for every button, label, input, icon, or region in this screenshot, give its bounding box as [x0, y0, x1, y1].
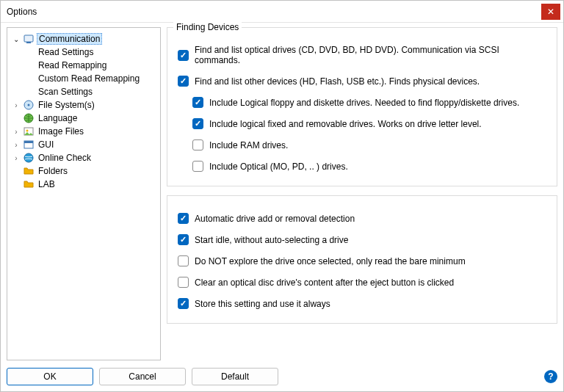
tree-label: Communication [37, 33, 102, 45]
window-title: Options [7, 7, 37, 17]
svg-rect-1 [26, 42, 31, 43]
svg-point-9 [24, 153, 33, 162]
titlebar: Options ✕ [1, 1, 563, 23]
checkbox-include-floppy[interactable] [192, 97, 203, 108]
image-icon [23, 126, 35, 137]
option-row: Include logical fixed and removable driv… [178, 113, 546, 134]
checkbox-store-always[interactable] [178, 298, 189, 309]
checkbox-find-optical[interactable] [178, 50, 189, 61]
tree-label: Folders [37, 166, 69, 176]
option-row: Store this setting and use it always [178, 293, 546, 314]
globe-icon [23, 152, 35, 164]
tree-label: Language [37, 113, 79, 123]
option-label: Find and list other devices (HD, Flash, … [195, 76, 480, 87]
svg-rect-0 [24, 35, 33, 42]
chevron-right-icon[interactable]: › [12, 140, 21, 149]
checkbox-start-idle[interactable] [178, 234, 189, 245]
dialog-footer: OK Cancel Default ? [7, 368, 557, 385]
group-title: Finding Devices [173, 22, 242, 32]
option-row: Start idle, without auto-selecting a dri… [178, 229, 546, 250]
checkbox-include-ram[interactable] [192, 139, 203, 150]
tree-item-custom-read-remapping[interactable]: Custom Read Remapping [9, 72, 159, 85]
option-label: Store this setting and use it always [195, 299, 330, 309]
chevron-right-icon[interactable]: › [12, 101, 21, 109]
disk-icon [23, 99, 35, 111]
window-icon [23, 139, 35, 150]
tree-item-read-settings[interactable]: Read Settings [9, 46, 159, 59]
svg-rect-8 [24, 141, 33, 143]
tree-item-gui[interactable]: › GUI [9, 138, 159, 151]
chevron-down-icon[interactable]: ⌄ [12, 35, 21, 43]
tree-label: Read Remapping [37, 60, 108, 70]
tree-item-folders[interactable]: Folders [9, 164, 159, 178]
option-label: Clear an optical disc drive's content af… [195, 277, 454, 288]
option-label: Start idle, without auto-selecting a dri… [195, 235, 348, 245]
main-panel: Finding Devices Find and list optical dr… [167, 27, 557, 360]
option-label: Find and list optical drives (CD, DVD, B… [195, 45, 546, 65]
option-row: Clear an optical disc drive's content af… [178, 272, 546, 293]
tree-label: LAB [37, 179, 57, 189]
group-finding-devices: Finding Devices Find and list optical dr… [167, 27, 557, 186]
tree-item-language[interactable]: Language [9, 112, 159, 125]
tree-item-image-files[interactable]: › Image Files [9, 125, 159, 138]
default-button[interactable]: Default [192, 368, 278, 385]
tree-item-online-check[interactable]: › Online Check [9, 151, 159, 164]
tree-label: Image Files [37, 126, 85, 137]
chevron-right-icon[interactable]: › [12, 153, 21, 162]
tree-label: File System(s) [37, 100, 96, 110]
device-icon [23, 33, 35, 45]
option-label: Do NOT explore the drive once selected, … [195, 256, 466, 266]
option-label: Include logical fixed and removable driv… [209, 119, 482, 129]
close-button[interactable]: ✕ [541, 4, 560, 20]
tree-item-file-systems[interactable]: › File System(s) [9, 98, 159, 112]
folder-icon [23, 165, 35, 177]
chevron-right-icon[interactable]: › [12, 127, 21, 136]
close-icon: ✕ [547, 7, 554, 16]
folder-icon [23, 178, 35, 190]
tree-label: Scan Settings [37, 87, 94, 97]
option-label: Include RAM drives. [209, 140, 288, 150]
option-row: Include Optical (MO, PD, .. ) drives. [178, 156, 546, 177]
tree-label: Online Check [37, 153, 93, 163]
option-row: Include RAM drives. [178, 134, 546, 156]
checkbox-auto-detect[interactable] [178, 213, 189, 224]
option-label: Include Optical (MO, PD, .. ) drives. [209, 161, 348, 172]
tree-label: Custom Read Remapping [37, 73, 141, 84]
option-row: Find and list other devices (HD, Flash, … [178, 70, 546, 92]
help-button[interactable]: ? [544, 370, 557, 383]
group-drive-behavior: Automatic drive add or removal detection… [167, 195, 557, 324]
option-row: Automatic drive add or removal detection [178, 208, 546, 229]
tree-label: GUI [37, 139, 55, 150]
option-label: Automatic drive add or removal detection [195, 214, 355, 224]
option-row: Do NOT explore the drive once selected, … [178, 250, 546, 272]
checkbox-no-explore[interactable] [178, 255, 189, 266]
checkbox-clear-eject[interactable] [178, 277, 189, 288]
checkbox-include-fixed[interactable] [192, 118, 203, 129]
tree-item-lab[interactable]: LAB [9, 178, 159, 191]
option-row: Include Logical floppy and diskette driv… [178, 92, 546, 113]
option-label: Include Logical floppy and diskette driv… [209, 98, 519, 108]
ok-button[interactable]: OK [7, 368, 93, 385]
tree-item-read-remapping[interactable]: Read Remapping [9, 59, 159, 72]
tree-item-communication[interactable]: ⌄ Communication [9, 32, 159, 46]
tree-label: Read Settings [37, 47, 95, 57]
tree-item-scan-settings[interactable]: Scan Settings [9, 85, 159, 98]
svg-point-6 [26, 130, 29, 132]
option-row: Find and list optical drives (CD, DVD, B… [178, 40, 546, 70]
checkbox-include-mo-pd[interactable] [192, 161, 203, 172]
help-icon: ? [548, 371, 553, 382]
globe-icon [23, 112, 35, 124]
cancel-button[interactable]: Cancel [99, 368, 186, 385]
nav-tree[interactable]: ⌄ Communication Read Settings Read Remap… [7, 27, 161, 360]
svg-point-3 [28, 104, 30, 106]
checkbox-find-other[interactable] [178, 76, 189, 87]
